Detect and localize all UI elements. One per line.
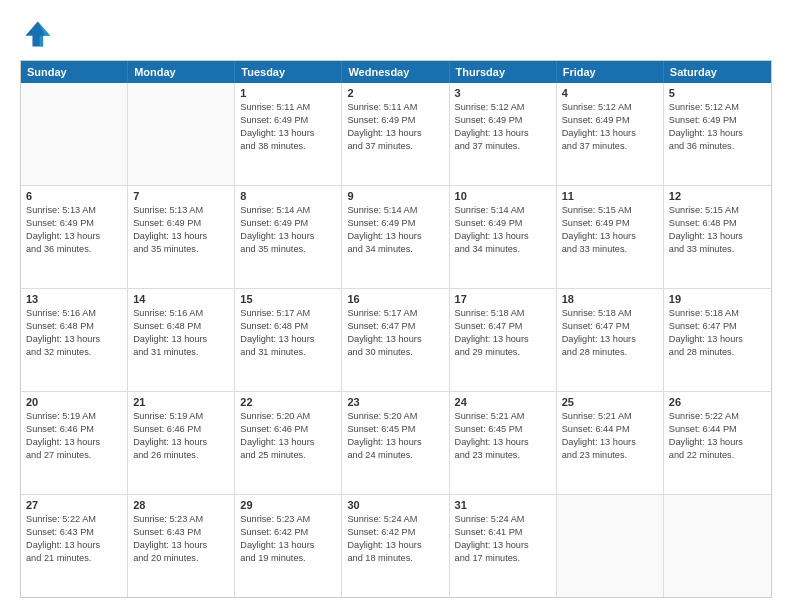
cell-info-line: Daylight: 13 hours (455, 539, 551, 552)
cell-info-line: and 30 minutes. (347, 346, 443, 359)
day-number: 9 (347, 190, 443, 202)
cell-info-line: Daylight: 13 hours (455, 127, 551, 140)
day-number: 12 (669, 190, 766, 202)
day-number: 29 (240, 499, 336, 511)
calendar-cell: 30Sunrise: 5:24 AMSunset: 6:42 PMDayligh… (342, 495, 449, 597)
day-number: 6 (26, 190, 122, 202)
cell-info-line: and 31 minutes. (240, 346, 336, 359)
day-number: 24 (455, 396, 551, 408)
cell-info-line: Sunrise: 5:16 AM (133, 307, 229, 320)
page: SundayMondayTuesdayWednesdayThursdayFrid… (0, 0, 792, 612)
cell-info-line: Daylight: 13 hours (562, 436, 658, 449)
cell-info-line: Sunrise: 5:22 AM (669, 410, 766, 423)
cell-info-line: and 32 minutes. (26, 346, 122, 359)
cell-info-line: Sunset: 6:41 PM (455, 526, 551, 539)
cell-info-line: Sunset: 6:47 PM (562, 320, 658, 333)
cell-info-line: Sunrise: 5:12 AM (669, 101, 766, 114)
day-number: 27 (26, 499, 122, 511)
cell-info-line: Sunrise: 5:20 AM (240, 410, 336, 423)
day-number: 28 (133, 499, 229, 511)
calendar-cell: 14Sunrise: 5:16 AMSunset: 6:48 PMDayligh… (128, 289, 235, 391)
cell-info-line: and 23 minutes. (455, 449, 551, 462)
day-number: 11 (562, 190, 658, 202)
day-number: 31 (455, 499, 551, 511)
cell-info-line: and 29 minutes. (455, 346, 551, 359)
cell-info-line: Daylight: 13 hours (347, 127, 443, 140)
day-number: 18 (562, 293, 658, 305)
day-number: 19 (669, 293, 766, 305)
calendar-cell: 18Sunrise: 5:18 AMSunset: 6:47 PMDayligh… (557, 289, 664, 391)
cell-info-line: and 34 minutes. (455, 243, 551, 256)
cell-info-line: Daylight: 13 hours (669, 127, 766, 140)
calendar-cell (664, 495, 771, 597)
cell-info-line: Sunset: 6:49 PM (347, 114, 443, 127)
cell-info-line: and 27 minutes. (26, 449, 122, 462)
cell-info-line: Sunset: 6:44 PM (562, 423, 658, 436)
day-number: 4 (562, 87, 658, 99)
cell-info-line: and 35 minutes. (240, 243, 336, 256)
calendar-cell: 2Sunrise: 5:11 AMSunset: 6:49 PMDaylight… (342, 83, 449, 185)
cell-info-line: and 19 minutes. (240, 552, 336, 565)
calendar-cell: 16Sunrise: 5:17 AMSunset: 6:47 PMDayligh… (342, 289, 449, 391)
calendar-cell: 28Sunrise: 5:23 AMSunset: 6:43 PMDayligh… (128, 495, 235, 597)
calendar-body: 1Sunrise: 5:11 AMSunset: 6:49 PMDaylight… (21, 83, 771, 597)
cell-info-line: Sunrise: 5:20 AM (347, 410, 443, 423)
cell-info-line: Sunrise: 5:12 AM (562, 101, 658, 114)
cell-info-line: Sunset: 6:45 PM (347, 423, 443, 436)
day-number: 7 (133, 190, 229, 202)
cell-info-line: Sunrise: 5:11 AM (240, 101, 336, 114)
cell-info-line: Sunrise: 5:15 AM (562, 204, 658, 217)
cell-info-line: Sunset: 6:49 PM (455, 114, 551, 127)
calendar-cell: 31Sunrise: 5:24 AMSunset: 6:41 PMDayligh… (450, 495, 557, 597)
cell-info-line: and 21 minutes. (26, 552, 122, 565)
header-day-friday: Friday (557, 61, 664, 83)
cell-info-line: Sunset: 6:49 PM (562, 114, 658, 127)
day-number: 22 (240, 396, 336, 408)
day-number: 26 (669, 396, 766, 408)
cell-info-line: Daylight: 13 hours (133, 333, 229, 346)
calendar-row-0: 1Sunrise: 5:11 AMSunset: 6:49 PMDaylight… (21, 83, 771, 185)
cell-info-line: Sunset: 6:49 PM (347, 217, 443, 230)
day-number: 23 (347, 396, 443, 408)
cell-info-line: Sunrise: 5:16 AM (26, 307, 122, 320)
cell-info-line: Daylight: 13 hours (562, 333, 658, 346)
calendar-cell: 22Sunrise: 5:20 AMSunset: 6:46 PMDayligh… (235, 392, 342, 494)
cell-info-line: Sunrise: 5:15 AM (669, 204, 766, 217)
calendar-cell (128, 83, 235, 185)
cell-info-line: Sunrise: 5:14 AM (455, 204, 551, 217)
cell-info-line: Sunrise: 5:18 AM (562, 307, 658, 320)
cell-info-line: Daylight: 13 hours (669, 333, 766, 346)
cell-info-line: Sunset: 6:49 PM (26, 217, 122, 230)
cell-info-line: Sunset: 6:48 PM (133, 320, 229, 333)
day-number: 30 (347, 499, 443, 511)
cell-info-line: Daylight: 13 hours (26, 539, 122, 552)
calendar-cell: 8Sunrise: 5:14 AMSunset: 6:49 PMDaylight… (235, 186, 342, 288)
calendar: SundayMondayTuesdayWednesdayThursdayFrid… (20, 60, 772, 598)
day-number: 1 (240, 87, 336, 99)
cell-info-line: and 24 minutes. (347, 449, 443, 462)
header-day-saturday: Saturday (664, 61, 771, 83)
day-number: 21 (133, 396, 229, 408)
cell-info-line: Daylight: 13 hours (26, 436, 122, 449)
cell-info-line: Sunset: 6:49 PM (240, 114, 336, 127)
cell-info-line: and 33 minutes. (562, 243, 658, 256)
calendar-cell: 1Sunrise: 5:11 AMSunset: 6:49 PMDaylight… (235, 83, 342, 185)
day-number: 5 (669, 87, 766, 99)
cell-info-line: Sunrise: 5:14 AM (347, 204, 443, 217)
day-number: 16 (347, 293, 443, 305)
cell-info-line: Daylight: 13 hours (26, 333, 122, 346)
cell-info-line: Daylight: 13 hours (455, 436, 551, 449)
cell-info-line: and 17 minutes. (455, 552, 551, 565)
cell-info-line: and 37 minutes. (562, 140, 658, 153)
cell-info-line: Sunset: 6:46 PM (26, 423, 122, 436)
cell-info-line: and 36 minutes. (26, 243, 122, 256)
calendar-cell: 4Sunrise: 5:12 AMSunset: 6:49 PMDaylight… (557, 83, 664, 185)
cell-info-line: and 26 minutes. (133, 449, 229, 462)
cell-info-line: Sunset: 6:47 PM (455, 320, 551, 333)
cell-info-line: Sunrise: 5:23 AM (240, 513, 336, 526)
cell-info-line: Daylight: 13 hours (240, 539, 336, 552)
header-day-tuesday: Tuesday (235, 61, 342, 83)
calendar-cell: 13Sunrise: 5:16 AMSunset: 6:48 PMDayligh… (21, 289, 128, 391)
calendar-cell: 12Sunrise: 5:15 AMSunset: 6:48 PMDayligh… (664, 186, 771, 288)
cell-info-line: Sunset: 6:45 PM (455, 423, 551, 436)
